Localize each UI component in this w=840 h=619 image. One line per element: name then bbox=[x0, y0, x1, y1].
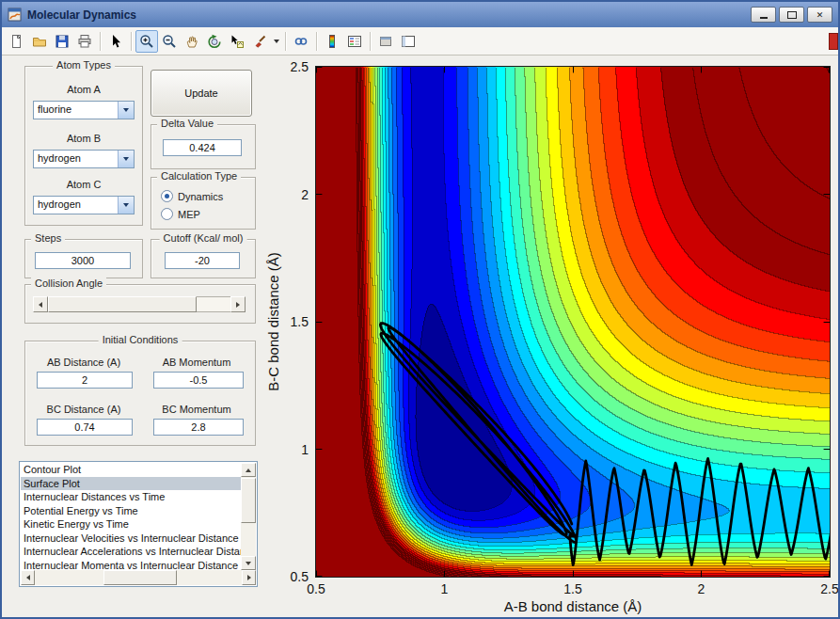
toolbar-separator bbox=[316, 32, 317, 51]
panel-title: Collision Angle bbox=[31, 278, 106, 289]
insert-colorbar-icon[interactable] bbox=[321, 30, 343, 53]
insert-legend-icon[interactable] bbox=[343, 30, 366, 53]
toolbar-separator bbox=[285, 32, 286, 51]
atom-c-label: Atom C bbox=[25, 179, 142, 190]
data-cursor-icon[interactable] bbox=[226, 30, 248, 53]
slider-right-arrow[interactable] bbox=[230, 296, 246, 312]
delta-value-panel: Delta Value 0.424 bbox=[151, 124, 256, 169]
chevron-down-icon[interactable] bbox=[118, 151, 134, 167]
chevron-down-icon[interactable] bbox=[118, 102, 134, 119]
minimize-button[interactable] bbox=[751, 7, 776, 23]
restore-button[interactable] bbox=[779, 7, 804, 23]
atom-types-panel: Atom Types Atom A fluorine Atom B hydrog… bbox=[24, 66, 143, 226]
atom-b-dropdown[interactable]: hydrogen bbox=[33, 150, 135, 168]
steps-panel: Steps 3000 bbox=[24, 239, 143, 278]
bc-distance-field[interactable]: 0.74 bbox=[37, 419, 133, 436]
pes-canvas[interactable] bbox=[316, 67, 830, 577]
collision-angle-panel: Collision Angle bbox=[24, 284, 256, 324]
bc-momentum-label: BC Momentum bbox=[142, 404, 251, 415]
atom-a-label: Atom A bbox=[25, 84, 142, 95]
bc-momentum-field[interactable]: 2.8 bbox=[153, 419, 244, 436]
slider-thumb[interactable] bbox=[48, 296, 197, 312]
edit-plot-cursor-icon[interactable] bbox=[104, 30, 127, 53]
chevron-down-icon[interactable] bbox=[118, 197, 134, 214]
ab-distance-field[interactable]: 2 bbox=[37, 372, 133, 389]
app-window: Molecular Dynamics ✕ bbox=[0, 0, 840, 619]
hide-plot-tools-icon[interactable] bbox=[374, 30, 397, 53]
cutoff-panel: Cutoff (Kcal/ mol) -20 bbox=[151, 239, 256, 278]
scroll-up-button[interactable] bbox=[241, 463, 256, 477]
new-figure-icon[interactable] bbox=[6, 30, 28, 53]
scroll-down-button[interactable] bbox=[241, 556, 256, 570]
window-controls: ✕ bbox=[751, 7, 832, 23]
y-tick-label: 2 bbox=[301, 187, 309, 202]
zoom-in-icon[interactable] bbox=[135, 30, 158, 53]
panel-title: Delta Value bbox=[157, 118, 217, 129]
vertical-scrollbar[interactable] bbox=[241, 463, 256, 570]
plot-type-listbox[interactable]: Contour PlotSurface PlotInternuclear Dis… bbox=[19, 461, 258, 587]
pan-hand-icon[interactable] bbox=[181, 30, 203, 53]
list-item[interactable]: Kinetic Energy vs Time bbox=[21, 517, 241, 532]
list-item[interactable]: Internuclear Distances vs Time bbox=[21, 490, 241, 504]
mep-radio[interactable]: MEP bbox=[161, 208, 200, 220]
y-tick-label: 1 bbox=[301, 442, 309, 457]
title-bar: Molecular Dynamics ✕ bbox=[2, 2, 838, 27]
toolbar bbox=[2, 27, 838, 56]
panel-title: Atom Types bbox=[53, 59, 115, 71]
scroll-right-button[interactable] bbox=[242, 570, 256, 585]
dynamics-radio[interactable]: Dynamics bbox=[161, 190, 223, 202]
atom-a-value: fluorine bbox=[38, 103, 71, 115]
print-icon[interactable] bbox=[73, 30, 96, 53]
collision-angle-slider[interactable] bbox=[33, 296, 246, 312]
y-tick-label: 1.5 bbox=[291, 314, 309, 329]
ab-momentum-field[interactable]: -0.5 bbox=[153, 372, 244, 389]
list-item[interactable]: Internuclear Momenta vs Internuclear Dis… bbox=[21, 559, 241, 571]
brush-icon[interactable] bbox=[248, 30, 271, 53]
panel-title: Steps bbox=[31, 232, 65, 244]
list-item[interactable]: Potential Energy vs Time bbox=[21, 504, 241, 518]
atom-a-dropdown[interactable]: fluorine bbox=[33, 101, 135, 119]
radio-selected-icon[interactable] bbox=[161, 190, 173, 202]
scroll-left-button[interactable] bbox=[21, 570, 35, 585]
save-icon[interactable] bbox=[51, 30, 73, 53]
rotate-3d-icon[interactable] bbox=[203, 30, 226, 53]
brush-dropdown-arrow[interactable] bbox=[271, 31, 281, 52]
list-item[interactable]: Contour Plot bbox=[21, 463, 241, 477]
cutoff-field[interactable]: -20 bbox=[165, 252, 240, 269]
y-tick-label: 0.5 bbox=[291, 569, 309, 584]
chevron-down-icon bbox=[274, 40, 279, 43]
horizontal-scroll-thumb[interactable] bbox=[103, 570, 177, 585]
x-tick-label: 0.5 bbox=[307, 581, 325, 596]
dynamics-radio-label: Dynamics bbox=[178, 191, 223, 202]
panel-title: Calculation Type bbox=[157, 170, 241, 182]
update-button[interactable]: Update bbox=[151, 70, 252, 117]
atom-c-dropdown[interactable]: hydrogen bbox=[33, 196, 135, 214]
clipped-toolbar-icon[interactable] bbox=[829, 33, 838, 50]
horizontal-scrollbar[interactable] bbox=[21, 570, 256, 585]
plot-type-list[interactable]: Contour PlotSurface PlotInternuclear Dis… bbox=[21, 463, 241, 570]
y-axis-ticks: 0.511.522.5 bbox=[280, 66, 310, 578]
close-button[interactable]: ✕ bbox=[807, 7, 832, 23]
zoom-out-icon[interactable] bbox=[158, 30, 181, 53]
toolbar-separator bbox=[131, 32, 132, 51]
plot-area bbox=[315, 66, 831, 578]
show-plot-tools-icon[interactable] bbox=[397, 30, 420, 53]
delta-value-field[interactable]: 0.424 bbox=[163, 139, 242, 156]
open-file-icon[interactable] bbox=[28, 30, 51, 53]
steps-field[interactable]: 3000 bbox=[35, 252, 131, 269]
vertical-scroll-thumb[interactable] bbox=[241, 478, 256, 523]
radio-unselected-icon[interactable] bbox=[161, 208, 173, 220]
x-tick-label: 1 bbox=[441, 581, 449, 596]
list-item[interactable]: Internuclear Velocities vs Internuclear … bbox=[21, 532, 241, 546]
x-axis-ticks: 0.511.522.5 bbox=[316, 581, 830, 598]
app-icon bbox=[8, 8, 23, 23]
link-plot-icon[interactable] bbox=[290, 30, 312, 53]
list-item[interactable]: Internuclear Accelerations vs Internucle… bbox=[21, 545, 241, 559]
ab-momentum-label: AB Momentum bbox=[142, 357, 251, 368]
list-item[interactable]: Surface Plot bbox=[21, 477, 241, 491]
x-axis-label: A-B bond distance (Å) bbox=[504, 598, 642, 614]
bc-distance-label: BC Distance (A) bbox=[25, 404, 142, 415]
atom-c-value: hydrogen bbox=[38, 198, 81, 210]
window-title: Molecular Dynamics bbox=[27, 8, 751, 22]
slider-left-arrow[interactable] bbox=[33, 296, 48, 312]
